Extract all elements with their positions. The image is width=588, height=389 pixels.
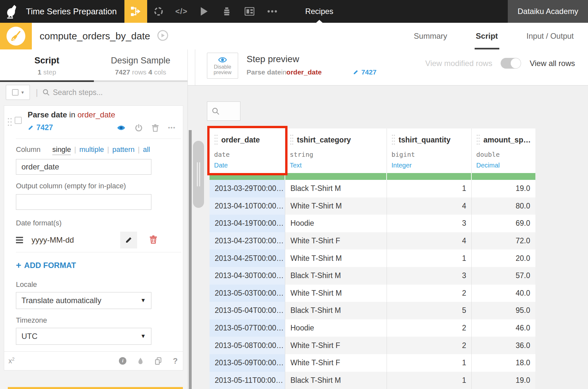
mode-multiple[interactable]: multiple — [79, 145, 104, 154]
tab-design-sample[interactable]: Design Sample 7427 rows 4 cols — [94, 49, 188, 82]
column-meaning[interactable]: Decimal — [476, 162, 535, 169]
panel-collapse-handle[interactable] — [193, 141, 204, 208]
column-drag-icon — [391, 134, 395, 145]
disable-step-power-icon[interactable] — [135, 124, 143, 132]
select-all-checkbox[interactable] — [12, 89, 19, 96]
step-checkbox[interactable] — [15, 117, 22, 124]
cell-category: White T-Shirt M — [285, 285, 387, 302]
project-title[interactable]: Time Series Preparation — [26, 7, 117, 17]
jobs-nav-button[interactable] — [215, 0, 238, 23]
locale-select[interactable]: Translate automatically ▼ — [16, 292, 151, 309]
select-all-steps-dropdown[interactable]: ▾ — [6, 85, 30, 100]
tab-script[interactable]: Script — [475, 23, 499, 49]
locale-label: Locale — [16, 280, 183, 289]
date-format-value[interactable]: yyyy-MM-dd — [32, 235, 74, 245]
view-modified-rows-label[interactable]: View modified rows — [425, 59, 492, 68]
mode-pattern[interactable]: pattern — [112, 145, 135, 154]
tab-input-output[interactable]: Input / Output — [525, 23, 575, 49]
dataiku-logo[interactable] — [0, 0, 22, 23]
panel-splitter[interactable] — [189, 130, 192, 389]
column-header-tshirt-category[interactable]: tshirt_category string Text — [285, 128, 387, 173]
recipes-label: Recipes — [305, 7, 333, 16]
table-row: 2013-05-03T00:00… White T-Shirt M 2 40.0 — [210, 285, 535, 302]
step-card-parse-date[interactable]: Parse date in order_date 7427 — [4, 105, 183, 370]
main-content: Script 1 step Design Sample 7427 rows 4 … — [0, 49, 588, 389]
cell-category: White T-Shirt F — [285, 337, 387, 354]
column-header-amount-spent[interactable]: amount_sp… double Decimal — [472, 128, 535, 173]
cell-order-date: 2013-04-10T00:00… — [210, 197, 285, 215]
cell-order-date: 2013-04-23T00:00… — [210, 232, 285, 250]
table-row: 2013-04-25T00:00… White T-Shirt M 1 20.0 — [210, 249, 535, 267]
modified-cells-count[interactable]: 7427 — [28, 123, 53, 132]
column-input[interactable]: order_date — [16, 159, 151, 175]
cell-category: White T-Shirt F — [285, 232, 387, 250]
step-preview-header: Disablepreview Step preview Parse date i… — [188, 49, 588, 86]
next-step-accent-bar — [8, 387, 183, 389]
table-search-box[interactable] — [207, 101, 240, 121]
table-row: 2013-05-04T00:00… Black T-Shirt M 5 95.0 — [210, 302, 535, 319]
delete-step-trash-icon[interactable] — [152, 124, 159, 132]
copy-icon[interactable] — [155, 357, 162, 365]
tab-summary[interactable]: Summary — [413, 23, 449, 49]
divider — [16, 252, 181, 252]
more-nav-button[interactable] — [261, 0, 284, 23]
pencil-icon — [28, 125, 34, 131]
lab-nav-button[interactable] — [147, 0, 170, 23]
column-meaning[interactable]: Date — [214, 162, 285, 169]
date-format-row: yyyy-MM-dd — [16, 231, 151, 249]
run-nav-button[interactable] — [193, 0, 215, 23]
table-row: 2013-04-30T00:00… Black T-Shirt M 3 57.0 — [210, 267, 535, 285]
cell-amount: 19.0 — [472, 372, 535, 389]
step-more-menu[interactable]: ••• — [168, 125, 176, 131]
cell-category: Black T-Shirt M — [285, 372, 387, 389]
delete-format-button[interactable] — [149, 235, 157, 245]
recipe-tabs: Summary Script Input / Output — [387, 23, 588, 49]
help-icon[interactable]: ? — [173, 356, 178, 366]
color-droplet-icon[interactable] — [137, 357, 144, 365]
flow-nav-button[interactable] — [124, 0, 147, 23]
table-row: 2013-04-23T00:00… White T-Shirt F 4 72.0 — [210, 232, 535, 250]
column-meaning[interactable]: Integer — [391, 162, 471, 169]
recipe-header: compute_orders_by_date Summary Script In… — [0, 23, 588, 49]
column-meaning[interactable]: Text — [290, 162, 387, 169]
divider: | — [36, 87, 38, 98]
disable-preview-button[interactable]: Disablepreview — [207, 53, 238, 79]
go-to-flow-icon[interactable] — [157, 30, 168, 42]
view-all-rows-label[interactable]: View all rows — [530, 59, 575, 68]
output-column-input[interactable] — [16, 194, 151, 210]
account-menu[interactable]: Dataiku Academy — [508, 0, 588, 23]
add-format-button[interactable]: + ADD FORMAT — [16, 260, 183, 271]
tab-script-steps[interactable]: Script 1 step — [0, 49, 94, 82]
mode-all[interactable]: all — [143, 145, 150, 154]
cell-quantity: 2 — [387, 337, 472, 354]
mode-single[interactable]: single — [52, 145, 71, 155]
dashboard-nav-button[interactable] — [238, 0, 261, 23]
cell-quantity: 2 — [387, 285, 472, 302]
plus-icon: + — [16, 260, 21, 271]
format-drag-handle-icon[interactable] — [16, 237, 23, 243]
cell-order-date: 2013-04-19T00:00… — [210, 215, 285, 232]
broom-icon — [6, 27, 25, 46]
modified-cells-count[interactable]: 7427 — [353, 68, 377, 76]
cell-quantity: 1 — [387, 354, 472, 372]
info-icon[interactable]: i — [119, 357, 126, 365]
cell-amount: 40.0 — [472, 285, 535, 302]
dashboard-icon — [245, 7, 254, 16]
cell-quantity: 1 — [387, 180, 472, 197]
breadcrumb-recipes[interactable]: Recipes — [305, 0, 333, 23]
edit-format-button[interactable] — [120, 232, 137, 248]
column-header-tshirt-quantity[interactable]: tshirt_quantity bigint Integer — [387, 128, 472, 173]
rows-view-toggle[interactable] — [501, 58, 521, 69]
column-header-order-date[interactable]: order_date date Date — [210, 128, 285, 173]
timezone-select[interactable]: UTC ▼ — [16, 328, 151, 345]
formula-icon[interactable]: x2 — [8, 356, 15, 365]
flow-icon — [130, 5, 142, 18]
active-section-pointer — [316, 20, 323, 23]
preview-eye-icon[interactable] — [117, 125, 126, 131]
code-nav-button[interactable]: </> — [170, 0, 193, 23]
date-formats-label: Date format(s) — [16, 219, 183, 227]
search-steps-input[interactable]: Search steps... — [53, 88, 103, 97]
row-view-switch: View modified rows View all rows — [425, 58, 575, 69]
drag-handle-icon[interactable] — [7, 117, 12, 127]
step-card-footer: x2 i ? — [4, 351, 183, 370]
